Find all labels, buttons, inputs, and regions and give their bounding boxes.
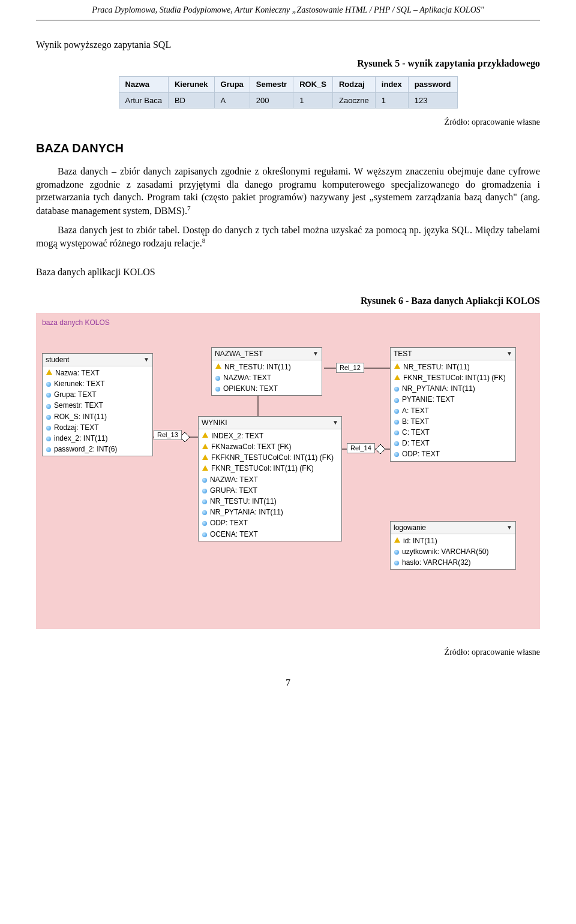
schema-table-nazwa-test[interactable]: NAZWA_TEST▼ NR_TESTU: INT(11)NAZWA: TEXT… bbox=[211, 347, 322, 396]
column-text: NAZWA: TEXT bbox=[223, 373, 271, 383]
column-header: Kierunek bbox=[169, 77, 215, 93]
column-text: Rodzaj: TEXT bbox=[54, 423, 98, 432]
column-item: INDEX_2: TEXT bbox=[199, 431, 341, 441]
chevron-down-icon[interactable]: ▼ bbox=[506, 523, 512, 532]
result-intro: Wynik powyższego zapytania SQL bbox=[36, 38, 540, 52]
column-item: id: INT(11) bbox=[391, 535, 515, 546]
table-cell: 1 bbox=[293, 93, 333, 109]
column-item: ROK_S: INT(11) bbox=[43, 411, 152, 422]
column-icon bbox=[394, 441, 399, 446]
key-icon bbox=[202, 444, 208, 449]
column-text: GRUPA: TEXT bbox=[210, 486, 257, 495]
table-cell: Artur Baca bbox=[119, 93, 169, 109]
column-icon bbox=[46, 415, 51, 420]
column-text: B: TEXT bbox=[402, 417, 429, 426]
table-cell: Zaoczne bbox=[333, 93, 376, 109]
column-item: C: TEXT bbox=[391, 427, 515, 438]
schema-table-wyniki[interactable]: WYNIKI▼ INDEX_2: TEXTFKNazwaCol: TEXT (F… bbox=[198, 416, 342, 541]
column-item: D: TEXT bbox=[391, 438, 515, 449]
footnote-ref-8: 8 bbox=[202, 237, 206, 244]
column-icon bbox=[394, 409, 399, 414]
relation-label-13: Rel_13 bbox=[154, 430, 182, 440]
column-text: NR_PYTANIA: INT(11) bbox=[210, 507, 283, 517]
column-list: NR_TESTU: INT(11)FKNR_TESTUCol: INT(11) … bbox=[391, 360, 515, 461]
column-item: ODP: TEXT bbox=[391, 449, 515, 459]
chevron-down-icon[interactable]: ▼ bbox=[143, 356, 149, 364]
key-icon bbox=[202, 432, 208, 438]
column-text: NR_PYTANIA: INT(11) bbox=[402, 384, 475, 393]
column-list: Nazwa: TEXTKierunek: TEXTGrupa: TEXTSeme… bbox=[43, 366, 152, 456]
page-header: Praca Dyplomowa, Studia Podyplomowe, Art… bbox=[36, 0, 540, 20]
key-icon bbox=[202, 465, 208, 471]
key-icon bbox=[394, 363, 400, 369]
column-text: OCENA: TEXT bbox=[210, 529, 258, 539]
column-text: Semestr: TEXT bbox=[54, 401, 103, 410]
sub-heading: Baza danych aplikacji KOLOS bbox=[36, 266, 540, 279]
column-icon bbox=[394, 561, 399, 565]
column-header: Semestr bbox=[250, 77, 293, 93]
column-list: id: INT(11)uzytkownik: VARCHAR(50)haslo:… bbox=[391, 534, 515, 570]
figure-6-caption: Rysunek 6 - Baza danych Apliakcji KOLOS bbox=[36, 294, 540, 308]
column-icon bbox=[215, 376, 220, 381]
column-item: haslo: VARCHAR(32) bbox=[391, 557, 515, 568]
column-icon bbox=[394, 550, 399, 555]
column-text: Kierunek: TEXT bbox=[54, 379, 104, 389]
column-icon bbox=[202, 532, 207, 537]
column-item: NR_PYTANIA: INT(11) bbox=[391, 383, 515, 394]
table-name: WYNIKI bbox=[202, 418, 330, 428]
column-item: B: TEXT bbox=[391, 416, 515, 427]
column-item: FKNR_TESTUCol: INT(11) (FK) bbox=[199, 463, 341, 474]
column-item: A: TEXT bbox=[391, 405, 515, 416]
figure-5-caption: Rysunek 5 - wynik zapytania przykładoweg… bbox=[36, 57, 540, 70]
column-icon bbox=[394, 420, 399, 425]
column-text: ODP: TEXT bbox=[210, 518, 248, 528]
column-item: uzytkownik: VARCHAR(50) bbox=[391, 546, 515, 557]
column-list: NR_TESTU: INT(11)NAZWA: TEXTOPIEKUN: TEX… bbox=[212, 360, 322, 396]
table-name: NAZWA_TEST bbox=[215, 349, 310, 359]
column-item: FKNR_TESTUCol: INT(11) (FK) bbox=[391, 372, 515, 383]
table-name: student bbox=[46, 355, 141, 365]
column-item: NR_TESTU: INT(11) bbox=[199, 496, 341, 507]
table-cell: BD bbox=[169, 93, 215, 109]
column-item: OCENA: TEXT bbox=[199, 529, 341, 540]
column-item: Nazwa: TEXT bbox=[43, 368, 152, 378]
column-text: index_2: INT(11) bbox=[54, 434, 107, 443]
relation-label-14: Rel_14 bbox=[347, 443, 375, 453]
column-text: Grupa: TEXT bbox=[54, 390, 96, 399]
column-icon bbox=[46, 437, 51, 441]
column-icon bbox=[46, 447, 51, 452]
column-icon bbox=[46, 393, 51, 398]
column-text: NAZWA: TEXT bbox=[210, 475, 258, 484]
column-text: D: TEXT bbox=[402, 438, 430, 448]
column-icon bbox=[202, 510, 207, 515]
column-item: FKFKNR_TESTUColCol: INT(11) (FK) bbox=[199, 452, 341, 463]
column-text: ROK_S: INT(11) bbox=[54, 412, 107, 422]
table-cell: 1 bbox=[376, 93, 409, 109]
column-icon bbox=[202, 499, 207, 504]
chevron-down-icon[interactable]: ▼ bbox=[332, 419, 338, 427]
column-icon bbox=[394, 387, 399, 392]
column-header: Grupa bbox=[215, 77, 250, 93]
schema-panel-title: baza danych KOLOS bbox=[42, 318, 534, 327]
column-text: FKNR_TESTUCol: INT(11) (FK) bbox=[403, 373, 506, 383]
body-p2-text: Baza danych jest to zbiór tabel. Dostęp … bbox=[36, 225, 540, 249]
svg-marker-4 bbox=[376, 444, 385, 454]
column-icon bbox=[202, 478, 207, 483]
schema-diagram: baza danych KOLOS student▼ Nazwa: TEXTKi… bbox=[36, 313, 540, 628]
column-icon bbox=[46, 426, 51, 431]
body-paragraph-2: Baza danych jest to zbiór tabel. Dostęp … bbox=[36, 224, 540, 251]
chevron-down-icon[interactable]: ▼ bbox=[506, 350, 512, 358]
schema-table-test[interactable]: TEST▼ NR_TESTU: INT(11)FKNR_TESTUCol: IN… bbox=[390, 347, 516, 462]
chevron-down-icon[interactable]: ▼ bbox=[313, 350, 319, 358]
key-icon bbox=[46, 369, 52, 375]
schema-table-logowanie[interactable]: logowanie▼ id: INT(11)uzytkownik: VARCHA… bbox=[390, 521, 516, 570]
schema-table-student[interactable]: student▼ Nazwa: TEXTKierunek: TEXTGrupa:… bbox=[42, 353, 153, 457]
column-icon bbox=[394, 398, 399, 403]
table-name: TEST bbox=[394, 349, 504, 359]
column-text: id: INT(11) bbox=[403, 536, 437, 546]
column-item: OPIEKUN: TEXT bbox=[212, 383, 322, 394]
column-item: index_2: INT(11) bbox=[43, 433, 152, 444]
key-icon bbox=[202, 455, 208, 460]
column-text: FKNR_TESTUCol: INT(11) (FK) bbox=[211, 463, 314, 473]
column-header: Nazwa bbox=[119, 77, 169, 93]
